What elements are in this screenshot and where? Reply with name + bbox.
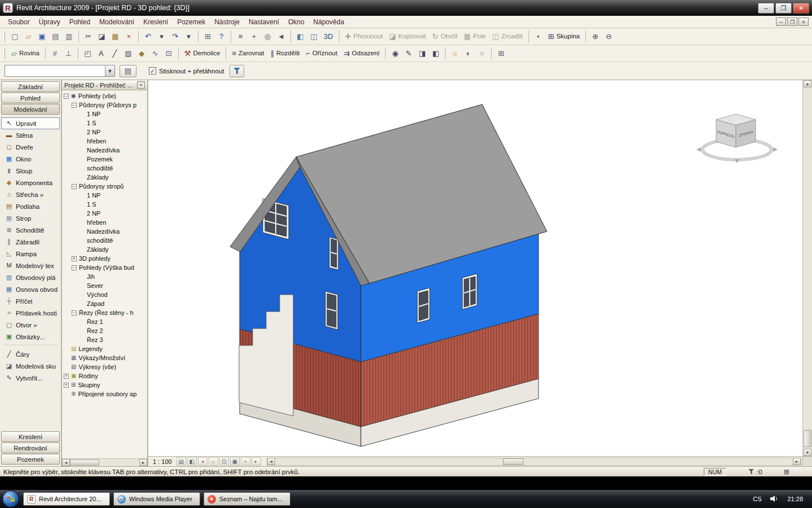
tree-node[interactable]: 2 NP [62, 209, 147, 218]
tree-node[interactable]: schodiště [62, 236, 147, 245]
detach-button[interactable]: ⊖ [602, 30, 615, 43]
cut-button[interactable]: ✂ [82, 30, 95, 43]
thin-lines-button[interactable]: ≡ [234, 30, 247, 43]
tree-node[interactable]: Základy [62, 245, 147, 254]
selection-filter[interactable]: :0 [748, 468, 762, 475]
work-plane-button[interactable]: ▱Rovina [8, 47, 42, 60]
design-tab-1[interactable]: Pohled [1, 93, 60, 103]
zoom-button[interactable]: ◎ [261, 30, 274, 43]
show-hidden-lines-button[interactable]: ☼ [448, 47, 461, 60]
tree-node[interactable]: hřeben [62, 137, 147, 146]
lock-position-button[interactable]: ▪ [532, 30, 545, 43]
trim-button[interactable]: ⌐Oříznout [303, 47, 340, 60]
mdi-close-button[interactable]: × [798, 17, 809, 26]
model-3d-view[interactable]: ZEPŘEDU ZPRAVA [148, 80, 802, 456]
level-button[interactable]: ⊥ [62, 47, 75, 60]
design-tool-curtain-grid[interactable]: ▦Osnova obvod [1, 283, 60, 295]
split-face-button[interactable]: ◧ [429, 47, 442, 60]
design-tool-door[interactable]: ◻Dveře [1, 141, 60, 153]
print-preview-button[interactable]: ▥ [63, 30, 76, 43]
align-button[interactable]: ≡Zarovnat [229, 47, 267, 60]
menu-item-0[interactable]: Soubor [3, 17, 34, 27]
tree-node[interactable]: 1 S [62, 119, 147, 128]
tree-node[interactable]: ▧Výkresy (vše) [62, 362, 147, 371]
design-tool-host-sweep[interactable]: ≈Přídavek hosti [1, 307, 60, 319]
taskbar-button-wmp[interactable]: ▸Windows Media Player [113, 492, 200, 506]
pan-button[interactable]: + [248, 30, 261, 43]
insulation-button[interactable]: ∿ [149, 47, 162, 60]
browser-hscrollbar[interactable]: ◄ ► [62, 458, 147, 466]
tree-node[interactable]: Jih [62, 272, 147, 281]
shadows-button[interactable]: ◑ [198, 457, 208, 466]
measure-button[interactable]: ⊞ [201, 30, 214, 43]
tree-node[interactable]: −Řezy (Řez stěny - h [62, 308, 147, 317]
start-button[interactable] [2, 491, 19, 507]
demolish-button[interactable]: ⚒Demolice [182, 47, 223, 60]
context-help-button[interactable]: ? [215, 30, 228, 43]
copy-move-button[interactable]: ◪Kopírovat [386, 30, 429, 43]
filled-region-button[interactable]: ▨ [122, 47, 135, 60]
scrollbar-thumb[interactable] [70, 459, 99, 466]
type-selector[interactable]: ▼ [5, 65, 115, 77]
design-tool-mullion[interactable]: ┼Příčel [1, 295, 60, 307]
detail-line-button[interactable]: ╱ [108, 47, 121, 60]
properties-button[interactable]: ▤ [120, 65, 136, 77]
mirror-button[interactable]: ◫Zrcadlit [489, 30, 526, 43]
undo-history-button[interactable]: ▾ [155, 30, 168, 43]
temporary-hide-button[interactable]: ○ [241, 457, 250, 466]
minimize-button[interactable]: – [758, 3, 774, 14]
tree-node[interactable]: Základy [62, 173, 147, 182]
mdi-minimize-button[interactable]: – [776, 17, 786, 26]
tree-node[interactable]: −◉Pohledy (vše) [62, 91, 147, 100]
cut-profile-button[interactable]: ○ [475, 47, 488, 60]
design-tool-lines[interactable]: ╱Čáry [1, 348, 60, 360]
shading-mode-button[interactable]: ◧ [294, 30, 307, 43]
drawing-area[interactable]: ZEPŘEDU ZPRAVA 1 : 100 ▤◧◑☼⊡▣○◐ ◄ ► ▲ ▼ [148, 80, 812, 466]
scroll-left-icon[interactable]: ◄ [267, 458, 275, 465]
tree-node[interactable]: hřeben [62, 218, 147, 227]
show-crop-button[interactable]: ▣ [230, 457, 240, 466]
tree-node[interactable]: 2 NP [62, 128, 147, 137]
checkbox-check-icon[interactable]: ✓ [149, 67, 156, 75]
match-type-button[interactable]: ◉ [389, 47, 401, 60]
copy-button[interactable]: ◪ [95, 30, 108, 43]
tree-node[interactable]: Východ [62, 290, 147, 299]
editable-only-icon[interactable]: ▦ [784, 468, 789, 475]
design-tool-curtain-system[interactable]: ▥Obvodový plá [1, 271, 60, 283]
design-tab-2[interactable]: Modelování [1, 104, 60, 115]
sun-settings-button[interactable]: ☼ [209, 457, 218, 466]
design-tool-model-text[interactable]: MModelový tex [1, 260, 60, 271]
tree-node[interactable]: ⊕Připojené soubory ap [62, 389, 147, 398]
paste-button[interactable]: ▦ [109, 30, 122, 43]
worksets-button[interactable]: ⊞ [495, 47, 508, 60]
design-tool-ramp[interactable]: ◺Rampa [1, 248, 60, 260]
rotate-button[interactable]: ↻Otočit [430, 30, 461, 43]
scroll-up-icon[interactable]: ▲ [804, 80, 811, 87]
design-tool-railing[interactable]: ∥Zábradlí [1, 236, 60, 248]
collapse-icon[interactable]: − [64, 94, 69, 99]
expand-icon[interactable]: + [72, 256, 77, 261]
collapse-icon[interactable]: − [72, 103, 77, 108]
menu-item-9[interactable]: Nápověda [309, 17, 349, 27]
restore-button[interactable]: ❐ [775, 3, 792, 14]
tree-node[interactable]: 1 NP [62, 110, 147, 119]
remove-hidden-lines-button[interactable]: ◐ [462, 47, 475, 60]
tree-node[interactable]: 1 NP [62, 191, 147, 200]
menu-item-5[interactable]: Pozemek [173, 17, 210, 27]
scroll-right-icon[interactable]: ► [793, 458, 801, 465]
menu-item-2[interactable]: Pohled [65, 17, 95, 27]
scale-button[interactable]: 1 : 100 [152, 458, 176, 465]
collapse-icon[interactable]: − [72, 184, 77, 189]
volume-icon[interactable] [770, 496, 778, 503]
text-note-button[interactable]: A [95, 47, 108, 60]
tree-node[interactable]: −Půdorysy (Půdorys p [62, 100, 147, 110]
tree-node[interactable]: −Pohledy (Výška bud [62, 263, 147, 272]
undo-button[interactable]: ↶ [142, 30, 155, 43]
menu-item-4[interactable]: Kreslení [139, 17, 173, 27]
print-button[interactable]: ▤ [49, 30, 62, 43]
design-tab-bottom-2[interactable]: Pozemek [1, 454, 60, 465]
array-button[interactable]: ▦Pole [461, 30, 488, 43]
redo-history-button[interactable]: ▾ [182, 30, 195, 43]
press-drag-checkbox[interactable]: ✓ Stisknout + přetáhnout [149, 67, 224, 75]
collapse-icon[interactable]: − [72, 265, 77, 270]
